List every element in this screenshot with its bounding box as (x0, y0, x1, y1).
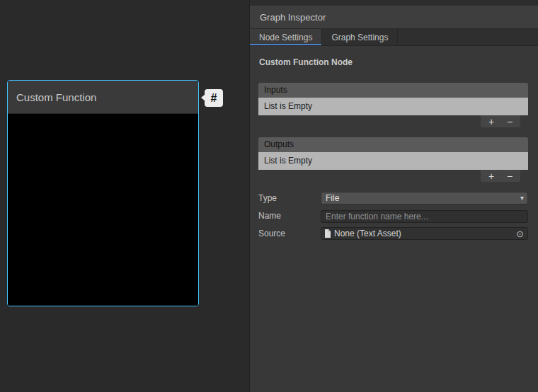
source-object-value: None (Text Asset) (334, 229, 401, 238)
graph-canvas[interactable]: Custom Function # (0, 0, 249, 392)
inputs-remove-button[interactable]: − (502, 116, 517, 127)
hash-badge-icon: # (205, 89, 223, 107)
node-title: Custom Function (16, 91, 96, 103)
custom-function-node[interactable]: Custom Function (7, 80, 199, 306)
node-header[interactable]: Custom Function (8, 81, 198, 114)
type-dropdown[interactable]: File ▾ (321, 192, 528, 204)
inputs-list: Inputs List is Empty + − (258, 83, 528, 128)
outputs-remove-button[interactable]: − (502, 171, 517, 182)
inputs-list-footer: + − (480, 115, 521, 128)
inputs-add-button[interactable]: + (483, 116, 499, 127)
outputs-list-empty-row: List is Empty (258, 152, 528, 170)
name-row: Name (258, 209, 528, 222)
source-row: Source None (Text Asset) ⊙ (258, 227, 528, 240)
chevron-down-icon: ▾ (520, 195, 524, 202)
graph-inspector-panel: Graph Inspector Node Settings Graph Sett… (249, 0, 538, 392)
inspector-tab-bar: Node Settings Graph Settings (250, 29, 538, 46)
text-asset-icon (324, 229, 331, 238)
inputs-list-empty-row: List is Empty (258, 98, 528, 115)
section-title: Custom Function Node (259, 57, 528, 67)
source-label: Source (258, 229, 321, 238)
type-row: Type File ▾ (258, 192, 528, 204)
name-input[interactable] (321, 210, 528, 223)
type-dropdown-value: File (326, 193, 339, 203)
inputs-list-header: Inputs (258, 83, 528, 98)
inspector-content: Custom Function Node Inputs List is Empt… (250, 46, 538, 240)
node-body (8, 114, 198, 306)
tab-node-settings[interactable]: Node Settings (250, 29, 322, 45)
source-object-field[interactable]: None (Text Asset) ⊙ (321, 227, 528, 240)
tab-node-settings-label: Node Settings (259, 33, 312, 42)
outputs-add-button[interactable]: + (483, 171, 499, 182)
inspector-top-strip (250, 0, 538, 6)
tab-graph-settings-label: Graph Settings (331, 33, 388, 42)
outputs-list-footer: + − (480, 170, 521, 183)
outputs-list: Outputs List is Empty + − (258, 137, 528, 183)
inspector-title: Graph Inspector (260, 12, 326, 23)
object-picker-icon[interactable]: ⊙ (516, 229, 525, 238)
outputs-list-header: Outputs (258, 137, 528, 152)
inspector-titlebar[interactable]: Graph Inspector (250, 6, 538, 29)
name-label: Name (258, 211, 321, 221)
type-label: Type (258, 193, 321, 203)
tab-graph-settings[interactable]: Graph Settings (322, 29, 398, 45)
